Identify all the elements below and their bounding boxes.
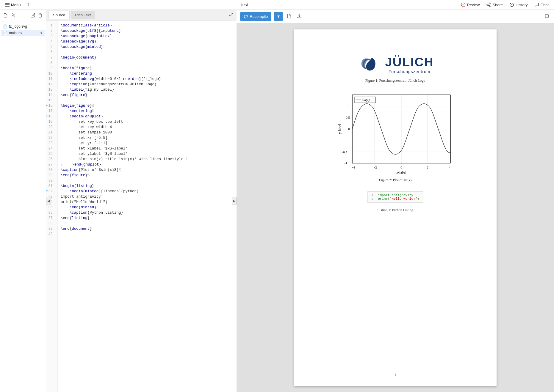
sidebar-item-fz-logo[interactable]: 📄 fz_logo.svg xyxy=(1,23,45,30)
code-line-6 xyxy=(61,50,237,55)
code-line-36: \caption{Python Listing} xyxy=(61,210,237,215)
svg-text:0: 0 xyxy=(400,166,402,169)
editor-content[interactable]: 1 2 3 4 5 6 7 8 9 10 11 12 13 14 15 ▼16 … xyxy=(46,21,237,392)
code-line-37: \end{listing} xyxy=(61,215,237,221)
edit-button[interactable] xyxy=(30,12,36,19)
code-line-13: \label{fig:my_label} xyxy=(61,87,237,92)
code-line-5: \usepackage{minted} xyxy=(61,44,237,50)
editor-tabs: Source Rich Text xyxy=(46,10,237,21)
figure-1: JÜLICH Forschungszentrum Figure 1: Forsc… xyxy=(318,53,473,83)
delete-button[interactable] xyxy=(37,12,43,19)
recompile-label: Recompile xyxy=(250,14,268,19)
code-line-14: \end{figure} xyxy=(61,92,237,98)
refresh-icon xyxy=(244,15,248,19)
juelich-symbol xyxy=(357,53,379,75)
sidebar-item-main-tex[interactable]: 📄 main.tex ▼ xyxy=(1,30,45,36)
svg-text:−0.5: −0.5 xyxy=(341,150,347,154)
code-line-17: \centering% xyxy=(61,108,237,114)
editor-nav-left[interactable]: ◀ xyxy=(46,197,51,205)
svg-point-2 xyxy=(489,3,490,4)
svg-text:1: 1 xyxy=(348,104,350,108)
svg-text:−1: −1 xyxy=(344,161,347,165)
code-line-25: set ylabel '$y$-label' xyxy=(61,151,237,157)
svg-text:y-label: y-label xyxy=(338,124,342,134)
svg-line-6 xyxy=(488,4,489,4)
listing-1-caption: Listing 1: Python Listing xyxy=(318,208,473,212)
menu-button[interactable]: Menu xyxy=(2,1,23,8)
fz-logo-filename: fz_logo.svg xyxy=(9,24,27,29)
svg-line-5 xyxy=(488,5,489,6)
share-button[interactable]: Share xyxy=(483,1,506,8)
juelich-logo: JÜLICH Forschungszentrum xyxy=(318,53,473,75)
download-button[interactable] xyxy=(295,12,303,21)
figure-2-caption: Figure 2: Plot of sin(x) xyxy=(318,178,473,182)
juelich-subtitle-text: Forschungszentrum xyxy=(385,69,434,74)
code-line-20: set key width 4 xyxy=(61,125,237,130)
review-button[interactable]: Review xyxy=(458,1,483,8)
code-line-18: \begin{gnuplot} xyxy=(61,114,237,119)
maximize-button[interactable] xyxy=(543,12,550,21)
editor-nav-right[interactable]: ▶ xyxy=(232,197,237,205)
svg-text:0.5: 0.5 xyxy=(346,116,350,119)
pdf-page: JÜLICH Forschungszentrum Figure 1: Forsc… xyxy=(294,29,497,386)
svg-file-icon: 📄 xyxy=(3,24,7,29)
figure-2: 1 0 −0.5 −1 −4 −2 0 2 4 y-label xyxy=(318,92,473,182)
history-icon xyxy=(509,2,514,7)
code-line-28: \caption{Plot of $sin(x)$}% xyxy=(61,167,237,173)
history-button[interactable]: History xyxy=(506,1,530,8)
svg-point-4 xyxy=(489,6,490,7)
sin-plot-svg: 1 0 −0.5 −1 −4 −2 0 2 4 y-label xyxy=(336,92,455,175)
document-title: test xyxy=(32,2,458,7)
code-line-24: set xlabel '$x$-label' xyxy=(61,146,237,151)
preview-toolbar: Recompile ▼ xyxy=(237,10,554,23)
code-line-34: print("Hello World!") xyxy=(61,199,237,205)
recompile-button[interactable]: Recompile xyxy=(240,12,271,21)
listing-line-2: 2 print("Hello World!") xyxy=(371,197,419,201)
expand-editor-button[interactable] xyxy=(228,12,234,18)
code-line-26: plot sin(x) title 'sin(x)' with lines li… xyxy=(61,157,237,162)
svg-text:sin(x): sin(x) xyxy=(362,98,370,102)
new-file-button[interactable] xyxy=(2,12,9,19)
code-line-4: \usepackage{svg} xyxy=(61,39,237,44)
code-line-8 xyxy=(61,60,237,66)
pin-button[interactable] xyxy=(25,1,32,9)
svg-text:x-label: x-label xyxy=(396,170,406,174)
juelich-text: JÜLICH Forschungszentrum xyxy=(385,55,434,74)
code-line-11: \includesvg[width=0.6\linewidth]{fz_logo… xyxy=(61,76,237,82)
chat-button[interactable]: Chat xyxy=(531,1,552,8)
tab-source[interactable]: Source xyxy=(48,11,70,19)
save-pdf-button[interactable] xyxy=(285,12,293,21)
code-line-12: \caption{Forschungszentrum Jülich Logo} xyxy=(61,82,237,87)
preview-content[interactable]: JÜLICH Forschungszentrum Figure 1: Forsc… xyxy=(237,23,554,392)
preview-area: Recompile ▼ xyxy=(237,10,554,392)
code-line-35: \end{minted} xyxy=(61,205,237,210)
tab-rich-text[interactable]: Rich Text xyxy=(71,11,95,19)
chat-icon xyxy=(534,2,539,7)
code-line-40 xyxy=(61,232,237,237)
code-line-29: \end{figure}% xyxy=(61,173,237,178)
code-line-38 xyxy=(61,221,237,226)
review-icon xyxy=(461,2,466,7)
code-lines: \documentclass{article} \usepackage[utf8… xyxy=(58,21,237,392)
maximize-icon xyxy=(545,14,549,18)
page-number: 1 xyxy=(395,373,396,377)
share-icon xyxy=(486,2,491,7)
svg-line-8 xyxy=(231,13,233,14)
code-line-9: \begin{figure} xyxy=(61,66,237,71)
editor-area: Source Rich Text 1 2 3 4 5 6 7 8 9 10 xyxy=(46,10,237,392)
svg-point-3 xyxy=(487,4,488,5)
code-line-31: \begin{listing} xyxy=(61,183,237,189)
code-line-15 xyxy=(61,98,237,103)
recompile-dropdown-button[interactable]: ▼ xyxy=(274,12,283,21)
tex-file-icon: 📄 xyxy=(3,31,7,35)
share-label: Share xyxy=(492,3,503,7)
code-line-33: import antigravity xyxy=(61,194,237,199)
menu-label: Menu xyxy=(11,3,21,7)
code-line-16: \begin{figure}% xyxy=(61,103,237,108)
code-line-10: \centering xyxy=(61,71,237,76)
code-line-2: \usepackage[utf8]{inputenc} xyxy=(61,28,237,34)
upload-button[interactable] xyxy=(10,12,16,19)
svg-text:4: 4 xyxy=(449,166,450,169)
main-tex-filename: main.tex xyxy=(9,31,38,35)
line-numbers: 1 2 3 4 5 6 7 8 9 10 11 12 13 14 15 ▼16 … xyxy=(46,21,58,392)
